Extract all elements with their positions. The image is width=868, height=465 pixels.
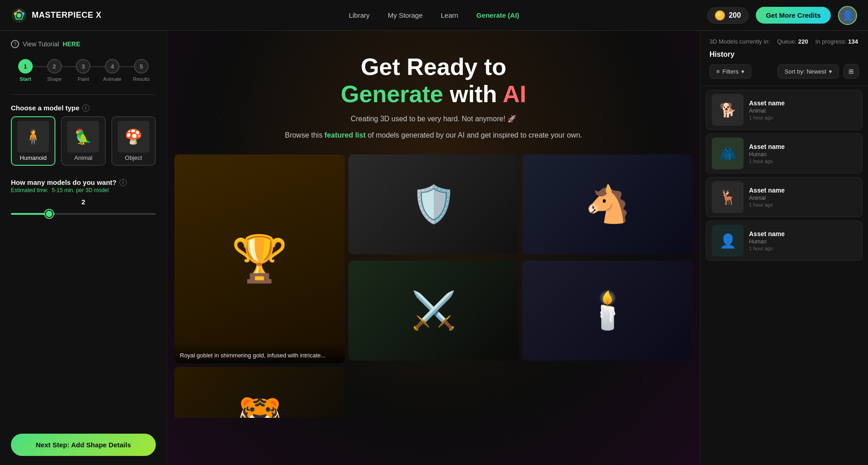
step-1-circle: 1 <box>18 59 33 74</box>
user-avatar[interactable]: 👤 <box>838 6 857 25</box>
goblet-caption: Royal goblet in shimmering gold, infused… <box>174 343 345 363</box>
animal-img: 🦜 <box>67 121 99 153</box>
step-3-label: Paint <box>78 76 89 82</box>
main-layout: ? View Tutorial HERE 1 Start 2 Shape 3 P… <box>0 31 868 465</box>
gallery-tiger[interactable]: 🐯 <box>174 367 345 418</box>
model-count-title: How many models do you want? i <box>11 178 156 186</box>
model-count-section: How many models do you want? i Estimated… <box>11 178 156 217</box>
step-2[interactable]: 2 Shape <box>40 59 69 82</box>
estimated-prefix: Estimated time: <box>11 187 49 193</box>
hero-ai: AI <box>503 81 526 107</box>
right-panel: 3D Models currently in: Queue: 220 In pr… <box>700 31 868 465</box>
warrior-img: ⚔️ <box>348 261 519 361</box>
history-thumb-4: 👤 <box>712 225 744 257</box>
history-info-2: Asset name Human 1 hour ago <box>749 143 857 164</box>
tutorial-link[interactable]: HERE <box>63 40 80 48</box>
nav-learn[interactable]: Learn <box>441 11 458 19</box>
animal-label: Animal <box>74 154 93 161</box>
step-2-label: Shape <box>47 76 62 82</box>
model-card-object[interactable]: 🍄 Object <box>111 116 156 166</box>
tutorial-row: ? View Tutorial HERE <box>11 40 156 48</box>
step-5-circle: 5 <box>134 59 149 74</box>
filter-row: ≡ Filters ▾ Sort by: Newest ▾ ⊞ <box>709 64 859 79</box>
filter-button[interactable]: ≡ Filters ▾ <box>709 64 751 79</box>
logo-icon <box>11 7 27 24</box>
history-list: 🐕 Asset name Animal 1 hour ago 🧥 Asset n… <box>700 86 868 465</box>
history-thumb-1: 🐕 <box>712 94 744 126</box>
right-panel-header: 3D Models currently in: Queue: 220 In pr… <box>700 31 868 86</box>
hero-subtitle: Creating 3D used to be very hard. Not an… <box>176 114 691 124</box>
history-title: History <box>709 50 859 59</box>
hero-title: Get Ready to Generate with AI <box>176 54 691 108</box>
model-type-section: Choose a model type i 🧍 Humanoid 🦜 Anima… <box>11 104 156 166</box>
svg-point-5 <box>14 12 17 15</box>
tutorial-prefix: View Tutorial <box>23 40 59 48</box>
get-credits-button[interactable]: Get More Credits <box>756 7 831 24</box>
step-1[interactable]: 1 Start <box>11 59 40 82</box>
step-5[interactable]: 5 Results <box>127 59 156 82</box>
credits-amount: 200 <box>729 11 741 20</box>
estimated-time: Estimated time: 5-15 min. per 3D model <box>11 187 156 193</box>
nav-generate[interactable]: Generate (AI) <box>476 11 519 19</box>
queue-info: 3D Models currently in: Queue: 220 In pr… <box>709 38 859 45</box>
coin-icon <box>715 10 725 20</box>
model-type-info-icon[interactable]: i <box>82 104 89 112</box>
humanoid-img: 🧍 <box>17 121 49 153</box>
gallery-goblet[interactable]: 🏆 Royal goblet in shimmering gold, infus… <box>174 154 345 363</box>
step-2-circle: 2 <box>47 59 62 74</box>
logo-text: MASTERPIECE X <box>32 10 102 20</box>
history-item-3[interactable]: 🦌 Asset name Animal 1 hour ago <box>706 177 863 217</box>
gallery-shield[interactable]: 🛡️ <box>348 154 519 254</box>
asset-name-3: Asset name <box>749 187 857 194</box>
hero-generate: Generate <box>341 81 443 107</box>
grid-toggle-button[interactable]: ⊞ <box>843 64 859 79</box>
next-step-button[interactable]: Next Step: Add Shape Details <box>11 434 156 456</box>
humanoid-label: Humanoid <box>20 154 47 161</box>
model-count-slider[interactable] <box>11 213 156 215</box>
sidebar: ? View Tutorial HERE 1 Start 2 Shape 3 P… <box>0 31 167 465</box>
history-item-4[interactable]: 👤 Asset name Human 1 hour ago <box>706 221 863 261</box>
asset-name-1: Asset name <box>749 99 857 107</box>
history-info-3: Asset name Animal 1 hour ago <box>749 187 857 208</box>
credits-badge[interactable]: 200 <box>707 7 749 24</box>
svg-point-2 <box>17 13 21 18</box>
slider-container <box>11 208 156 217</box>
nav-my-storage[interactable]: My Storage <box>388 11 423 19</box>
candle-img: 🕯️ <box>522 261 693 361</box>
gallery-horse[interactable]: 🐴 <box>522 154 693 254</box>
gallery-candle[interactable]: 🕯️ <box>522 261 693 361</box>
goblet-img: 🏆 <box>174 154 345 363</box>
grid-icon: ⊞ <box>848 68 854 75</box>
step-3[interactable]: 3 Paint <box>69 59 98 82</box>
history-item-2[interactable]: 🧥 Asset name Human 1 hour ago <box>706 134 863 173</box>
history-item-1[interactable]: 🐕 Asset name Animal 1 hour ago <box>706 90 863 130</box>
shield-img: 🛡️ <box>348 154 519 254</box>
nav-library[interactable]: Library <box>349 11 370 19</box>
horse-img: 🐴 <box>522 154 693 254</box>
model-card-animal[interactable]: 🦜 Animal <box>61 116 105 166</box>
filter-label: Filters <box>723 68 739 75</box>
history-info-4: Asset name Human 1 hour ago <box>749 230 857 251</box>
navbar-right: 200 Get More Credits 👤 <box>707 6 857 25</box>
model-count-info-icon[interactable]: i <box>119 179 127 186</box>
navbar-logo[interactable]: MASTERPIECE X <box>11 7 102 24</box>
step-4-circle: 4 <box>105 59 119 74</box>
navbar-center: Library My Storage Learn Generate (AI) <box>349 11 519 19</box>
gallery-warrior[interactable]: ⚔️ <box>348 261 519 361</box>
step-5-label: Results <box>133 76 150 82</box>
help-icon[interactable]: ? <box>11 40 19 48</box>
asset-time-2: 1 hour ago <box>749 158 857 164</box>
svg-point-3 <box>18 10 20 12</box>
hero-section: Get Ready to Generate with AI Creating 3… <box>167 31 700 154</box>
history-info-1: Asset name Animal 1 hour ago <box>749 99 857 120</box>
step-3-circle: 3 <box>76 59 90 74</box>
hero-featured-link[interactable]: featured list <box>324 131 366 139</box>
filter-icon: ≡ <box>716 68 720 75</box>
object-label: Object <box>125 154 142 161</box>
filter-chevron-icon: ▾ <box>741 68 744 75</box>
model-card-humanoid[interactable]: 🧍 Humanoid <box>11 116 55 166</box>
step-4[interactable]: 4 Animate <box>98 59 127 82</box>
sort-button[interactable]: Sort by: Newest ▾ <box>778 64 839 79</box>
hero-subtitle2: Browse this featured list of models gene… <box>176 130 691 141</box>
history-thumb-3: 🦌 <box>712 181 744 213</box>
